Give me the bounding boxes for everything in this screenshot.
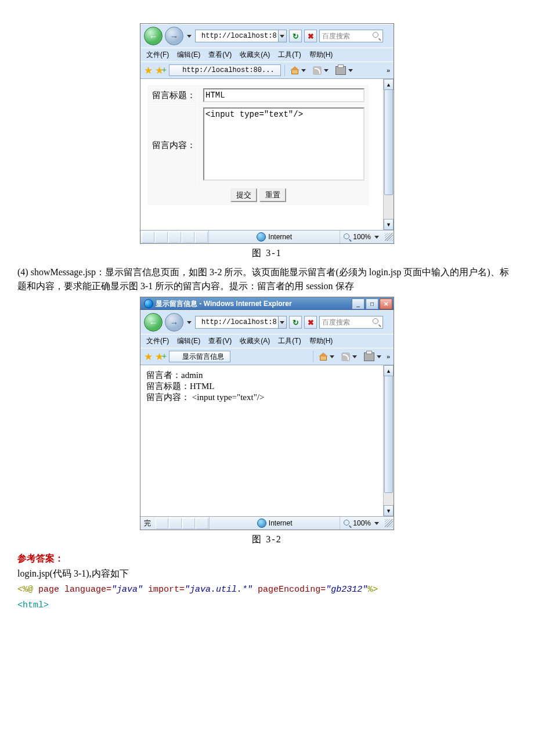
menu-tools[interactable]: 工具(T) (278, 50, 301, 60)
maximize-button[interactable]: □ (366, 298, 378, 309)
home-icon (290, 66, 299, 74)
code-line-2: <html> (17, 597, 517, 613)
toolbar-overflow-icon[interactable]: » (387, 67, 390, 74)
address-bar-2[interactable]: http://localhost:8 (195, 316, 287, 329)
scroll-up-icon-2[interactable]: ▲ (384, 365, 394, 376)
search-icon (373, 32, 381, 40)
add-favorite-icon[interactable]: ★+ (155, 64, 167, 77)
title-input[interactable] (203, 88, 365, 102)
paragraph-4: (4) showMessage.jsp：显示留言信息页面，如图 3-2 所示。该… (17, 265, 517, 293)
refresh-button-2[interactable]: ↻ (289, 316, 302, 329)
home-button[interactable] (288, 64, 309, 77)
print-button[interactable] (334, 64, 356, 77)
window-buttons: _ □ ✕ (352, 298, 392, 309)
address-dropdown-button-2[interactable] (278, 316, 286, 328)
home-button-2[interactable] (317, 350, 337, 363)
content-label-cell: 留言内容： (149, 105, 200, 186)
tab-favicon (172, 67, 180, 74)
security-zone-2[interactable]: Internet (209, 517, 340, 530)
printer-icon (335, 66, 346, 75)
status-done: 完 (140, 519, 154, 528)
menu-file-2[interactable]: 文件(F) (146, 336, 169, 346)
search-box[interactable]: 百度搜索 (319, 30, 383, 42)
stop-button[interactable]: ✖ (304, 30, 317, 42)
address-dropdown-button[interactable] (278, 30, 286, 42)
add-favorite-icon-2[interactable]: ★+ (155, 351, 167, 363)
reset-button[interactable]: 重置 (259, 188, 286, 202)
document-page: ← → http://localhost:8 ↻ ✖ 百度搜索 文件(F) 编辑… (0, 0, 534, 625)
security-zone[interactable]: Internet (208, 231, 340, 243)
address-bar[interactable]: http://localhost:8 (195, 30, 287, 42)
vertical-scrollbar[interactable]: ▲ ▼ (383, 79, 394, 230)
rss-icon-2 (341, 352, 350, 361)
menu-favorites[interactable]: 收藏夹(A) (240, 50, 270, 60)
resize-grip-2[interactable] (385, 519, 393, 527)
scroll-thumb[interactable] (384, 89, 393, 195)
refresh-button[interactable]: ↻ (289, 30, 302, 42)
menu-favorites-2[interactable]: 收藏夹(A) (240, 336, 270, 346)
figure-3-2-wrap: 显示留言信息 - Windows Internet Explorer _ □ ✕… (17, 297, 517, 530)
content-textarea[interactable]: <input type="text"/> (203, 107, 365, 181)
zoom-dropdown-icon (374, 236, 379, 239)
content-line-2: 留言标题：HTML (146, 381, 388, 392)
toolbar: ★ ★+ http://localhost:80... » (140, 62, 394, 78)
zoom-value-2: 100% (353, 519, 371, 527)
status-bar-2: 完 Internet 100% (140, 516, 394, 530)
minimize-button[interactable]: _ (352, 298, 365, 309)
search-placeholder: 百度搜索 (322, 31, 350, 41)
back-button[interactable]: ← (144, 27, 163, 45)
toolbar-overflow-icon-2[interactable]: » (387, 353, 390, 360)
resize-grip[interactable] (385, 233, 393, 241)
menu-file[interactable]: 文件(F) (146, 50, 169, 60)
favorites-star-icon-2[interactable]: ★ (144, 351, 153, 363)
search-box-2[interactable]: 百度搜索 (319, 316, 383, 329)
window-title: 显示留言信息 - Windows Internet Explorer (156, 299, 292, 309)
menu-help[interactable]: 帮助(H) (309, 50, 333, 60)
figure-3-1-caption: 图 3-1 (17, 247, 517, 260)
browser-window-3-1: ← → http://localhost:8 ↻ ✖ 百度搜索 文件(F) 编辑… (140, 23, 394, 244)
menu-view-2[interactable]: 查看(V) (208, 336, 232, 346)
title-label-cell: 留言标题： (149, 86, 200, 105)
menu-edit-2[interactable]: 编辑(E) (177, 336, 200, 346)
nav-history-dropdown-icon-2[interactable] (187, 321, 192, 324)
menu-view[interactable]: 查看(V) (208, 50, 232, 60)
status-segments (142, 232, 208, 243)
message-form-table: 留言标题： 留言内容： <input type="text"/> 提交 重置 (148, 85, 369, 205)
menu-edit[interactable]: 编辑(E) (177, 50, 200, 60)
rss-button[interactable] (311, 64, 331, 77)
zoom-control[interactable]: 100% (340, 233, 384, 241)
vertical-scrollbar-2[interactable]: ▲ ▼ (383, 365, 394, 516)
back-button-2[interactable]: ← (144, 313, 163, 332)
address-url: http://localhost:8 (200, 32, 278, 40)
stop-button-2[interactable]: ✖ (304, 316, 317, 329)
browser-tab[interactable]: http://localhost:80... (169, 64, 280, 76)
page-content-2: 留言者：admin 留言标题：HTML 留言内容： <input type="t… (140, 365, 394, 408)
content-line-1: 留言者：admin (146, 370, 388, 381)
print-button-2[interactable] (362, 350, 384, 363)
close-button[interactable]: ✕ (380, 298, 392, 309)
submit-button[interactable]: 提交 (230, 188, 257, 202)
rss-button-2[interactable] (340, 350, 360, 363)
scroll-down-icon-2[interactable]: ▼ (384, 505, 394, 516)
browser-tab-2[interactable]: 显示留言信息 (169, 351, 230, 362)
zoom-control-2[interactable]: 100% (340, 519, 384, 527)
menu-tools-2[interactable]: 工具(T) (278, 336, 301, 346)
scroll-up-icon[interactable]: ▲ (384, 79, 394, 90)
scroll-down-icon[interactable]: ▼ (384, 219, 394, 230)
nav-row: ← → http://localhost:8 ↻ ✖ 百度搜索 (140, 24, 394, 48)
magnifier-icon (344, 233, 351, 240)
globe-icon (257, 232, 266, 242)
forward-button[interactable]: → (165, 27, 183, 45)
forward-button-2[interactable]: → (165, 313, 183, 332)
menu-bar: 文件(F) 编辑(E) 查看(V) 收藏夹(A) 工具(T) 帮助(H) (140, 48, 394, 62)
search-icon-2 (373, 318, 381, 326)
toolbar-2: ★ ★+ 显示留言信息 » (140, 348, 394, 365)
toolbar-separator (284, 64, 285, 76)
nav-row-2: ← → http://localhost:8 ↻ ✖ 百度搜索 (140, 310, 394, 334)
scroll-thumb-2[interactable] (384, 376, 393, 493)
menu-help-2[interactable]: 帮助(H) (309, 336, 333, 346)
status-segments-2 (156, 518, 209, 529)
figure-3-1-wrap: ← → http://localhost:8 ↻ ✖ 百度搜索 文件(F) 编辑… (17, 23, 517, 244)
favorites-star-icon[interactable]: ★ (144, 64, 153, 77)
nav-history-dropdown-icon[interactable] (187, 35, 192, 38)
